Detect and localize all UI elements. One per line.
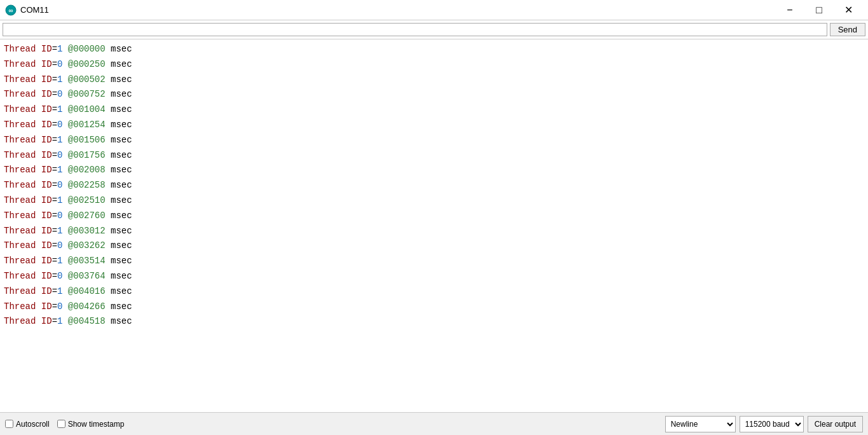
show-timestamp-text: Show timestamp [68,420,125,429]
close-button[interactable]: ✕ [834,0,863,20]
bottom-bar: Autoscroll Show timestamp NewlineNo line… [0,412,868,435]
clear-output-button[interactable]: Clear output [808,416,863,432]
send-row: Send [0,20,868,39]
minimize-button[interactable]: − [775,0,804,20]
svg-text:∞: ∞ [8,7,13,14]
output-content: Thread ID=1 @000000 msecThread ID=0 @000… [0,39,868,332]
output-line: Thread ID=1 @004518 msec [4,314,864,329]
output-line: Thread ID=0 @001756 msec [4,148,864,163]
show-timestamp-label[interactable]: Show timestamp [57,420,125,429]
send-input[interactable] [3,23,827,36]
output-line: Thread ID=1 @001506 msec [4,133,864,148]
output-line: Thread ID=1 @002510 msec [4,193,864,209]
output-line: Thread ID=1 @000502 msec [4,72,864,88]
output-line: Thread ID=1 @004016 msec [4,284,864,300]
output-line: Thread ID=1 @001004 msec [4,102,864,118]
newline-select[interactable]: NewlineNo line endingCarriage returnBoth… [665,416,736,432]
output-line: Thread ID=0 @003764 msec [4,269,864,284]
show-timestamp-checkbox[interactable] [57,420,65,428]
output-line: Thread ID=0 @004266 msec [4,300,864,315]
autoscroll-label[interactable]: Autoscroll [5,420,50,429]
output-line: Thread ID=0 @001254 msec [4,118,864,133]
output-line: Thread ID=1 @003514 msec [4,254,864,269]
autoscroll-checkbox[interactable] [5,420,13,428]
autoscroll-text: Autoscroll [16,420,50,429]
output-line: Thread ID=1 @000000 msec [4,42,864,57]
serial-output-area[interactable]: Thread ID=1 @000000 msecThread ID=0 @000… [0,39,868,412]
output-line: Thread ID=0 @002258 msec [4,178,864,193]
output-line: Thread ID=0 @000752 msec [4,87,864,102]
maximize-button[interactable]: □ [804,0,834,20]
output-line: Thread ID=0 @003262 msec [4,238,864,254]
send-button[interactable]: Send [830,23,865,36]
output-line: Thread ID=1 @003012 msec [4,224,864,239]
baud-select[interactable]: 300 baud1200 baud2400 baud4800 baud9600 … [740,416,804,432]
window-title: COM11 [20,5,775,15]
bottom-bar-right: NewlineNo line endingCarriage returnBoth… [665,416,863,432]
output-line: Thread ID=0 @002760 msec [4,209,864,224]
output-line: Thread ID=1 @002008 msec [4,163,864,178]
app-icon: ∞ [5,4,17,16]
output-line: Thread ID=0 @000250 msec [4,57,864,72]
title-bar: ∞ COM11 − □ ✕ [0,0,868,20]
window-controls: − □ ✕ [775,0,863,20]
